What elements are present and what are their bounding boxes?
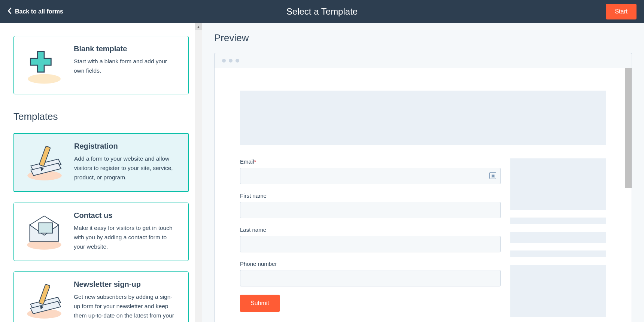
placeholder-block xyxy=(510,265,606,317)
template-desc: Add a form to your website and allow vis… xyxy=(74,154,178,182)
scroll-up-icon[interactable]: ▲ xyxy=(195,23,202,30)
back-label: Back to all forms xyxy=(15,8,63,15)
header-bar: Back to all forms Select a Template Star… xyxy=(0,0,644,23)
main-body: ▲ Blank template Start with a blank form… xyxy=(0,23,644,322)
contact-card-icon: ▣ xyxy=(489,172,496,179)
lastname-label: Last name xyxy=(240,227,501,233)
chevron-left-icon xyxy=(7,7,12,16)
phone-label: Phone number xyxy=(240,261,501,267)
preview-pane: Preview Email* ▣ First name xyxy=(202,23,644,322)
envelope-icon xyxy=(24,211,65,252)
template-title: Registration xyxy=(74,142,178,151)
template-card-newsletter[interactable]: Newsletter sign-up Get new subscribers b… xyxy=(13,271,189,322)
template-desc: Make it easy for visitors to get in touc… xyxy=(74,224,179,251)
preview-heading: Preview xyxy=(214,32,632,44)
window-dot-icon xyxy=(222,59,226,63)
submit-button[interactable]: Submit xyxy=(240,295,280,312)
start-button[interactable]: Start xyxy=(606,4,637,19)
svg-rect-5 xyxy=(39,223,52,233)
template-sidebar: ▲ Blank template Start with a blank form… xyxy=(0,23,202,322)
template-title: Contact us xyxy=(74,211,179,220)
templates-heading: Templates xyxy=(13,111,189,122)
blank-template-title: Blank template xyxy=(74,45,179,53)
email-input[interactable] xyxy=(240,168,501,184)
blank-template-card[interactable]: Blank template Start with a blank form a… xyxy=(13,36,189,94)
plus-icon xyxy=(24,45,65,86)
firstname-label: First name xyxy=(240,192,501,199)
placeholder-block xyxy=(510,218,606,224)
browser-body: Email* ▣ First name Last name Phone numb… xyxy=(215,68,632,322)
firstname-input[interactable] xyxy=(240,202,501,218)
form-preview: Email* ▣ First name Last name Phone numb… xyxy=(240,158,501,317)
browser-bar xyxy=(215,53,632,68)
scrollbar[interactable]: ▲ xyxy=(195,23,202,322)
browser-mockup: Email* ▣ First name Last name Phone numb… xyxy=(214,53,632,322)
sidebar-placeholder-column xyxy=(510,158,606,317)
pencil-form-icon xyxy=(24,280,65,322)
window-dot-icon xyxy=(236,59,239,63)
placeholder-block xyxy=(510,158,606,210)
template-title: Newsletter sign-up xyxy=(74,280,179,289)
placeholder-block xyxy=(510,250,606,257)
svg-point-0 xyxy=(28,74,61,84)
template-card-registration[interactable]: Registration Add a form to your website … xyxy=(13,133,189,192)
template-card-contact[interactable]: Contact us Make it easy for visitors to … xyxy=(13,203,189,261)
template-desc: Get new subscribers by adding a sign-up … xyxy=(74,292,179,322)
lastname-input[interactable] xyxy=(240,236,501,252)
back-to-forms-link[interactable]: Back to all forms xyxy=(7,7,63,16)
placeholder-block xyxy=(240,91,606,145)
page-title: Select a Template xyxy=(286,6,358,17)
blank-template-desc: Start with a blank form and add your own… xyxy=(74,57,179,76)
window-dot-icon xyxy=(229,59,233,63)
preview-scrollbar[interactable] xyxy=(625,68,632,188)
phone-input[interactable] xyxy=(240,270,501,286)
email-label: Email* xyxy=(240,158,501,165)
pencil-form-icon xyxy=(24,142,65,183)
placeholder-block xyxy=(510,232,606,243)
